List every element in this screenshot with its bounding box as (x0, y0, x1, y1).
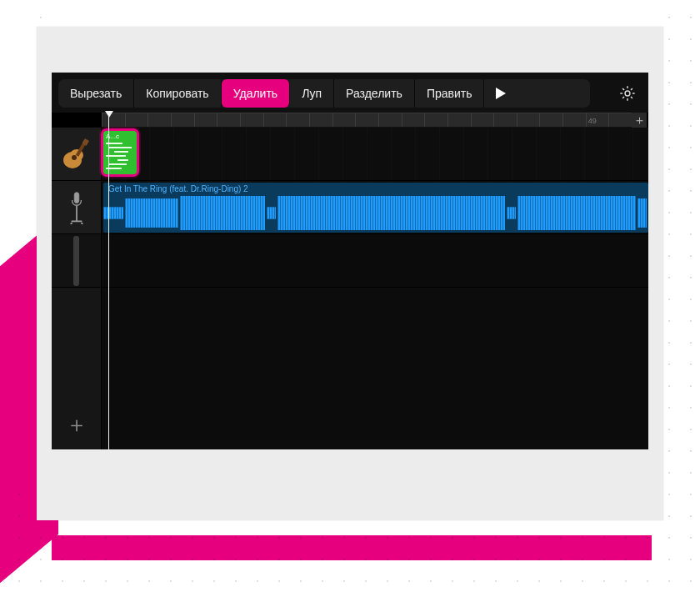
copy-menu-item[interactable]: Копировать (134, 79, 221, 108)
decorative-pink-bar (52, 535, 652, 560)
waveform (103, 196, 648, 230)
daw-app: Вырезать Копировать Удалить Луп Разделит… (52, 73, 648, 449)
drag-handle-icon (73, 236, 79, 286)
svg-point-4 (72, 155, 77, 160)
svg-rect-7 (74, 192, 78, 203)
timeline-ruler[interactable]: 49 (102, 113, 632, 128)
gear-icon (618, 84, 637, 103)
add-track-button[interactable]: ＋ (52, 399, 101, 449)
svg-marker-0 (496, 88, 506, 99)
svg-line-11 (81, 223, 82, 224)
empty-track-lane[interactable] (102, 234, 648, 288)
add-section-button[interactable]: ＋ (632, 113, 647, 128)
track-headers: ＋ (52, 128, 102, 449)
midi-track-lane[interactable]: A...c (102, 128, 648, 181)
top-toolbar: Вырезать Копировать Удалить Луп Разделит… (52, 73, 648, 113)
audio-clip-title: Get In The Ring (feat. Dr.Ring-Ding) 2 (108, 184, 248, 193)
playhead[interactable] (108, 113, 109, 449)
track-header-guitar[interactable] (52, 128, 101, 181)
split-menu-item[interactable]: Разделить (334, 79, 415, 108)
ruler-tick: 49 (586, 113, 609, 127)
track-lanes: A...c Get In The Ring (feat. Dr.Ring-Din… (102, 128, 648, 449)
delete-menu-item[interactable]: Удалить (222, 79, 290, 108)
settings-button[interactable] (615, 81, 640, 106)
loop-menu-item[interactable]: Луп (290, 79, 334, 108)
cut-menu-item[interactable]: Вырезать (58, 79, 134, 108)
more-menu-item[interactable] (484, 79, 518, 108)
audio-clip[interactable]: Get In The Ring (feat. Dr.Ring-Ding) 2 (103, 183, 648, 233)
guitar-icon (60, 138, 93, 171)
audio-track-lane[interactable]: Get In The Ring (feat. Dr.Ring-Ding) 2 (102, 181, 648, 234)
svg-point-1 (625, 91, 630, 96)
edit-menu-item[interactable]: Править (415, 79, 485, 108)
track-header-empty[interactable] (52, 234, 101, 288)
screenshot-frame: Вырезать Копировать Удалить Луп Разделит… (37, 27, 663, 520)
midi-clip-title: A...c (106, 133, 134, 140)
track-header-mic[interactable] (52, 181, 101, 234)
midi-notes-preview (106, 143, 134, 169)
svg-line-10 (70, 223, 72, 224)
clip-context-menu: Вырезать Копировать Удалить Луп Разделит… (58, 79, 590, 108)
microphone-icon (68, 191, 86, 224)
